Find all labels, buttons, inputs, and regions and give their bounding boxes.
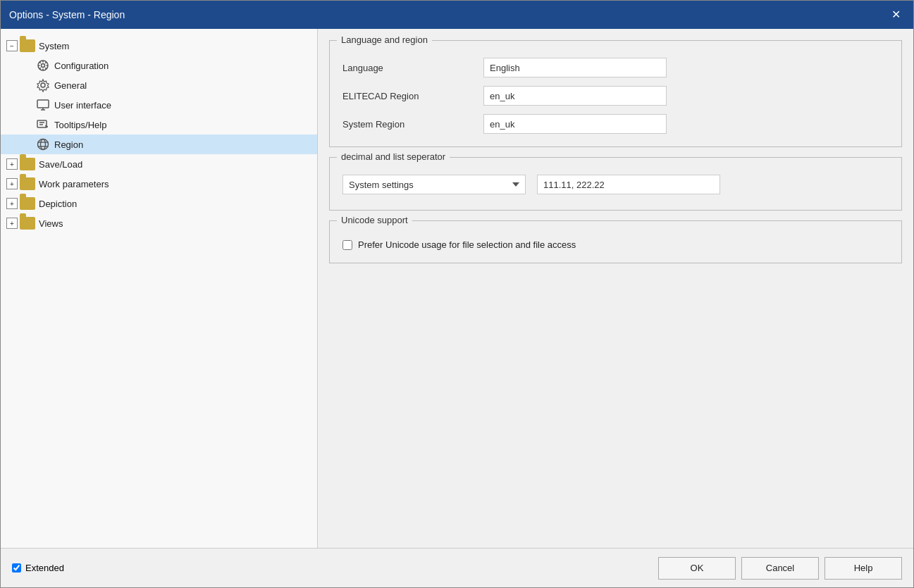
- tree-item-save-load[interactable]: + Save/Load: [1, 154, 317, 174]
- expand-views[interactable]: +: [6, 218, 18, 229]
- language-row: Language: [342, 58, 889, 77]
- tree-label-views: Views: [39, 218, 63, 229]
- language-label: Language: [342, 63, 483, 73]
- bottom-bar: Extended OK Cancel Help: [1, 548, 913, 587]
- tree-label-work-parameters: Work parameters: [39, 179, 109, 189]
- decimal-separator-section: decimal and list seperator System settin…: [329, 157, 902, 211]
- tree-panel: − System: [1, 29, 318, 548]
- tree-item-region[interactable]: Region: [1, 135, 317, 154]
- folder-icon-work-parameters: [20, 177, 35, 191]
- unicode-support-title: Unicode support: [337, 215, 412, 225]
- system-region-input[interactable]: [483, 114, 667, 134]
- svg-line-7: [45, 68, 47, 69]
- config-icon: [36, 58, 50, 73]
- tree-item-depiction[interactable]: + Depiction: [1, 194, 317, 213]
- expand-system[interactable]: −: [6, 40, 18, 51]
- svg-point-18: [41, 139, 46, 150]
- elitecad-region-label: ELITECAD Region: [342, 91, 483, 101]
- tree-label-tooltips: Tooltips/Help: [54, 120, 106, 130]
- folder-icon-depiction: [20, 196, 35, 211]
- svg-rect-14: [37, 120, 47, 127]
- globe-icon: [36, 137, 50, 151]
- tree-label-configuration: Configuration: [54, 61, 109, 71]
- tree-label-region: Region: [54, 139, 83, 150]
- unicode-checkbox-label: Prefer Unicode usage for file selection …: [358, 239, 576, 250]
- extended-checkbox[interactable]: [12, 563, 21, 573]
- svg-point-10: [41, 83, 45, 87]
- unicode-checkbox[interactable]: [342, 240, 352, 250]
- svg-rect-11: [37, 100, 49, 108]
- expand-depiction[interactable]: +: [6, 198, 18, 209]
- decimal-separator-title: decimal and list seperator: [337, 151, 450, 162]
- elitecad-region-input[interactable]: [483, 86, 667, 106]
- tree-label-user-interface: User interface: [54, 100, 111, 111]
- titlebar: Options - System - Region ✕: [1, 1, 913, 29]
- separator-preview: 111.11, 222.22: [537, 175, 720, 194]
- elitecad-region-row: ELITECAD Region: [342, 86, 889, 106]
- gear-icon: [36, 78, 50, 92]
- help-button[interactable]: Help: [825, 557, 902, 580]
- language-region-title: Language and region: [337, 35, 432, 45]
- unicode-checkbox-row: Prefer Unicode usage for file selection …: [342, 239, 889, 250]
- tree-item-configuration[interactable]: Configuration: [1, 56, 317, 75]
- cancel-button[interactable]: Cancel: [741, 557, 819, 580]
- main-content: − System: [1, 29, 913, 548]
- expand-save-load[interactable]: +: [6, 158, 18, 170]
- tree-item-general[interactable]: General: [1, 75, 317, 95]
- language-input[interactable]: [483, 58, 667, 77]
- svg-point-1: [42, 64, 45, 68]
- svg-line-9: [39, 68, 41, 69]
- svg-line-6: [39, 62, 41, 63]
- close-button[interactable]: ✕: [887, 6, 905, 23]
- system-region-label: System Region: [342, 119, 483, 130]
- extended-label: Extended: [25, 563, 64, 573]
- svg-line-8: [45, 62, 47, 63]
- expand-work-parameters[interactable]: +: [6, 178, 18, 189]
- separator-select[interactable]: System settings Comma Period: [342, 175, 526, 194]
- language-region-section: Language and region Language ELITECAD Re…: [329, 40, 902, 147]
- tree-item-tooltips[interactable]: Tooltips/Help: [1, 115, 317, 135]
- tree-item-work-parameters[interactable]: + Work parameters: [1, 174, 317, 194]
- svg-point-17: [38, 139, 49, 150]
- ok-button[interactable]: OK: [658, 557, 736, 580]
- tree-label-depiction: Depiction: [39, 199, 77, 209]
- tree-item-user-interface[interactable]: User interface: [1, 95, 317, 115]
- tree-item-views[interactable]: + Views: [1, 213, 317, 233]
- unicode-support-section: Unicode support Prefer Unicode usage for…: [329, 220, 902, 263]
- right-panel: Language and region Language ELITECAD Re…: [318, 29, 913, 548]
- tree-label-system: System: [39, 41, 69, 51]
- tooltips-icon: [36, 118, 50, 132]
- options-window: Options - System - Region ✕ − System: [0, 0, 914, 588]
- tree-label-general: General: [54, 80, 87, 91]
- system-region-row: System Region: [342, 114, 889, 134]
- folder-icon-save-load: [20, 157, 35, 171]
- tree-label-save-load: Save/Load: [39, 159, 82, 170]
- btn-group: OK Cancel Help: [658, 557, 902, 580]
- monitor-icon: [36, 98, 50, 112]
- extended-check: Extended: [12, 563, 64, 573]
- folder-icon-views: [20, 216, 35, 230]
- window-title: Options - System - Region: [9, 9, 125, 20]
- folder-icon-system: [20, 39, 35, 53]
- tree-item-system[interactable]: − System: [1, 36, 317, 56]
